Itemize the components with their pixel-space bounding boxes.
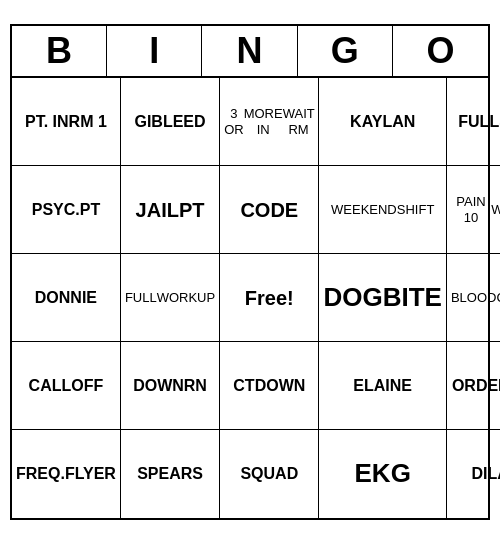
- bingo-cell[interactable]: 3 ORMORE INWAIT RM: [220, 78, 319, 166]
- cell-text: SPEARS: [137, 464, 203, 483]
- cell-text: 3 OR: [224, 106, 244, 137]
- cell-text: RM 1: [69, 112, 107, 131]
- bingo-cell[interactable]: FULLSTAFF: [447, 78, 500, 166]
- bingo-cell[interactable]: DONNIE: [12, 254, 121, 342]
- header-letter: O: [393, 26, 488, 76]
- bingo-cell[interactable]: WEEKENDSHIFT: [319, 166, 446, 254]
- cell-text: BLOOD: [451, 290, 497, 306]
- bingo-cell[interactable]: Free!: [220, 254, 319, 342]
- cell-text: BITE: [383, 282, 442, 313]
- header-letter: G: [298, 26, 393, 76]
- cell-text: CALL: [29, 376, 72, 395]
- bingo-card: BINGO PT. INRM 1GIBLEED3 ORMORE INWAIT R…: [10, 24, 490, 520]
- cell-text: EKG: [355, 458, 411, 489]
- cell-text: FULL: [458, 112, 499, 131]
- cell-text: WEEKEND: [331, 202, 397, 218]
- cell-text: DOG: [323, 282, 382, 313]
- bingo-cell[interactable]: DILADID: [447, 430, 500, 518]
- bingo-cell[interactable]: SPEARS: [121, 430, 220, 518]
- cell-text: CODE: [240, 198, 298, 222]
- cell-text: SQUAD: [240, 464, 298, 483]
- cell-text: CULTURE: [496, 290, 500, 306]
- bingo-cell[interactable]: PAIN 10W/GIGGLE: [447, 166, 500, 254]
- cell-text: ELAINE: [353, 376, 412, 395]
- cell-text: WORKUP: [157, 290, 216, 306]
- bingo-cell[interactable]: DOGBITE: [319, 254, 446, 342]
- bingo-cell[interactable]: BLOODCULTURE: [447, 254, 500, 342]
- bingo-cell[interactable]: PT. INRM 1: [12, 78, 121, 166]
- header-letter: N: [202, 26, 297, 76]
- cell-text: SHIFT: [397, 202, 435, 218]
- bingo-cell[interactable]: PSYC.PT: [12, 166, 121, 254]
- cell-text: FULL: [125, 290, 157, 306]
- cell-text: MORE IN: [244, 106, 283, 137]
- cell-text: PT: [80, 200, 100, 219]
- cell-text: JAIL: [136, 198, 179, 222]
- cell-text: DONNIE: [35, 288, 97, 307]
- cell-text: PSYC.: [32, 200, 80, 219]
- cell-text: FLYER: [65, 464, 116, 483]
- bingo-cell[interactable]: FREQ.FLYER: [12, 430, 121, 518]
- cell-text: FREQ.: [16, 464, 65, 483]
- bingo-cell[interactable]: SQUAD: [220, 430, 319, 518]
- cell-text: OFF: [71, 376, 103, 395]
- cell-text: PT. IN: [25, 112, 69, 131]
- header-letter: B: [12, 26, 107, 76]
- cell-text: BLEED: [151, 112, 205, 131]
- bingo-cell[interactable]: CODE: [220, 166, 319, 254]
- bingo-cell[interactable]: JAILPT: [121, 166, 220, 254]
- cell-text: DOWN: [255, 376, 306, 395]
- bingo-cell[interactable]: FULLWORKUP: [121, 254, 220, 342]
- bingo-header: BINGO: [12, 26, 488, 78]
- bingo-cell[interactable]: CALLOFF: [12, 342, 121, 430]
- bingo-cell[interactable]: GIBLEED: [121, 78, 220, 166]
- cell-text: DILADID: [471, 464, 500, 483]
- cell-text: DOWN: [133, 376, 184, 395]
- bingo-cell[interactable]: CTDOWN: [220, 342, 319, 430]
- cell-text: GI: [134, 112, 151, 131]
- cell-text: ORDER: [452, 376, 500, 395]
- cell-text: W/GIGGLE: [491, 202, 500, 218]
- header-letter: I: [107, 26, 202, 76]
- bingo-cell[interactable]: KAYLAN: [319, 78, 446, 166]
- bingo-cell[interactable]: ELAINE: [319, 342, 446, 430]
- cell-text: Free!: [245, 286, 294, 310]
- cell-text: PT: [179, 198, 205, 222]
- bingo-grid: PT. INRM 1GIBLEED3 ORMORE INWAIT RMKAYLA…: [12, 78, 488, 518]
- cell-text: WAIT RM: [283, 106, 315, 137]
- cell-text: CT: [233, 376, 254, 395]
- bingo-cell[interactable]: ORDERFOOD: [447, 342, 500, 430]
- cell-text: KAYLAN: [350, 112, 415, 131]
- bingo-cell[interactable]: EKG: [319, 430, 446, 518]
- cell-text: RN: [184, 376, 207, 395]
- bingo-cell[interactable]: DOWNRN: [121, 342, 220, 430]
- cell-text: PAIN 10: [451, 194, 491, 225]
